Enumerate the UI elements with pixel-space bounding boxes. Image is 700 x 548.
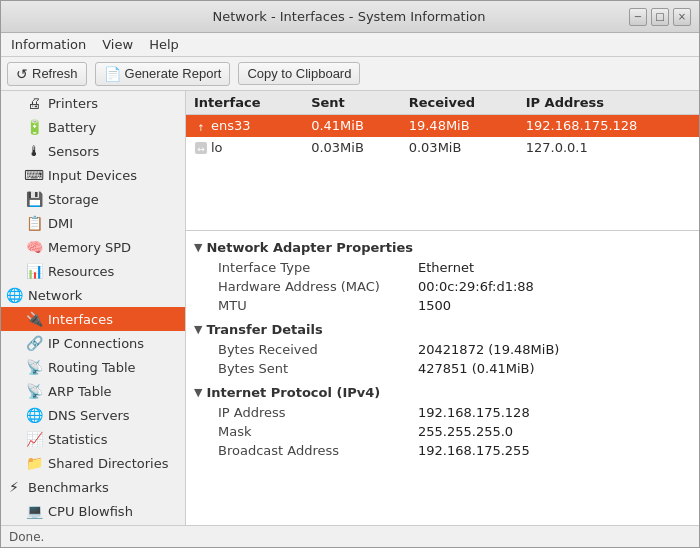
prop-value: 192.168.175.255 <box>418 443 530 458</box>
main-content: 🖨Printers🔋Battery🌡Sensors⌨Input Devices💾… <box>1 91 699 525</box>
props-section-1: ▼Transfer DetailsBytes Received20421872 … <box>190 319 695 378</box>
sidebar-item-label: DMI <box>48 216 73 231</box>
sidebar-item-label: Statistics <box>48 432 107 447</box>
prop-key: MTU <box>218 298 418 313</box>
benchmarks-icon: ⚡ <box>5 478 23 496</box>
refresh-button[interactable]: ↺ Refresh <box>7 62 87 86</box>
toolbar: ↺ Refresh 📄 Generate Report Copy to Clip… <box>1 57 699 91</box>
interface-table: Interface Sent Received IP Address ↑ens3… <box>186 91 699 158</box>
sidebar-item-input-devices[interactable]: ⌨Input Devices <box>1 163 185 187</box>
battery-icon: 🔋 <box>25 118 43 136</box>
input-devices-icon: ⌨ <box>25 166 43 184</box>
dmi-icon: 📋 <box>25 214 43 232</box>
sidebar-item-shared-dirs[interactable]: 📁Shared Directories <box>1 451 185 475</box>
interface-table-container: Interface Sent Received IP Address ↑ens3… <box>186 91 699 231</box>
col-received: Received <box>401 91 518 115</box>
sidebar-item-label: Shared Directories <box>48 456 169 471</box>
main-window: Network - Interfaces - System Informatio… <box>0 0 700 548</box>
prop-value: 20421872 (19.48MiB) <box>418 342 559 357</box>
sidebar-item-routing-table[interactable]: 📡Routing Table <box>1 355 185 379</box>
cell-sent: 0.03MiB <box>303 137 401 159</box>
props-section-2: ▼Internet Protocol (IPv4)IP Address192.1… <box>190 382 695 460</box>
sidebar-item-sensors[interactable]: 🌡Sensors <box>1 139 185 163</box>
props-row: Hardware Address (MAC)00:0c:29:6f:d1:88 <box>190 277 695 296</box>
sidebar-item-label: ARP Table <box>48 384 112 399</box>
routing-table-icon: 📡 <box>25 358 43 376</box>
sidebar-item-battery[interactable]: 🔋Battery <box>1 115 185 139</box>
menu-bar: Information View Help <box>1 33 699 57</box>
table-header-row: Interface Sent Received IP Address <box>186 91 699 115</box>
status-bar: Done. <box>1 525 699 547</box>
sidebar-item-network[interactable]: 🌐Network <box>1 283 185 307</box>
sidebar-item-benchmarks[interactable]: ⚡Benchmarks <box>1 475 185 499</box>
storage-icon: 💾 <box>25 190 43 208</box>
right-panel: Interface Sent Received IP Address ↑ens3… <box>186 91 699 525</box>
cell-ip: 127.0.0.1 <box>518 137 699 159</box>
close-button[interactable]: × <box>673 8 691 26</box>
properties-panel: ▼Network Adapter PropertiesInterface Typ… <box>186 231 699 525</box>
props-row: Interface TypeEthernet <box>190 258 695 277</box>
table-row[interactable]: ↔lo0.03MiB0.03MiB127.0.0.1 <box>186 137 699 159</box>
shared-dirs-icon: 📁 <box>25 454 43 472</box>
prop-key: IP Address <box>218 405 418 420</box>
prop-key: Mask <box>218 424 418 439</box>
prop-value: 427851 (0.41MiB) <box>418 361 535 376</box>
prop-value: 192.168.175.128 <box>418 405 530 420</box>
section-collapse-arrow: ▼ <box>194 241 202 254</box>
dns-servers-icon: 🌐 <box>25 406 43 424</box>
cell-interface-name: ↑ens33 <box>186 115 303 137</box>
menu-help[interactable]: Help <box>143 35 185 54</box>
sidebar-item-label: Printers <box>48 96 98 111</box>
prop-key: Broadcast Address <box>218 443 418 458</box>
table-row[interactable]: ↑ens330.41MiB19.48MiB192.168.175.128 <box>186 115 699 137</box>
generate-report-button[interactable]: 📄 Generate Report <box>95 62 231 86</box>
cell-received: 19.48MiB <box>401 115 518 137</box>
prop-key: Hardware Address (MAC) <box>218 279 418 294</box>
minimize-button[interactable]: − <box>629 8 647 26</box>
sidebar-item-interfaces[interactable]: 🔌Interfaces <box>1 307 185 331</box>
cpu-blowfish-icon: 💻 <box>25 502 43 520</box>
memory-spd-icon: 🧠 <box>25 238 43 256</box>
sidebar-item-memory-spd[interactable]: 🧠Memory SPD <box>1 235 185 259</box>
prop-key: Bytes Received <box>218 342 418 357</box>
sidebar-item-storage[interactable]: 💾Storage <box>1 187 185 211</box>
window-title: Network - Interfaces - System Informatio… <box>69 9 629 24</box>
props-section-header[interactable]: ▼Network Adapter Properties <box>190 237 695 258</box>
maximize-button[interactable]: □ <box>651 8 669 26</box>
sidebar-item-label: Benchmarks <box>28 480 109 495</box>
sidebar-item-printers[interactable]: 🖨Printers <box>1 91 185 115</box>
section-collapse-arrow: ▼ <box>194 323 202 336</box>
sidebar-item-cpu-blowfish[interactable]: 💻CPU Blowfish <box>1 499 185 523</box>
sidebar-item-label: Interfaces <box>48 312 113 327</box>
sidebar-item-resources[interactable]: 📊Resources <box>1 259 185 283</box>
sidebar-item-label: Storage <box>48 192 99 207</box>
sidebar-item-label: Network <box>28 288 82 303</box>
props-section-header[interactable]: ▼Internet Protocol (IPv4) <box>190 382 695 403</box>
menu-information[interactable]: Information <box>5 35 92 54</box>
sidebar: 🖨Printers🔋Battery🌡Sensors⌨Input Devices💾… <box>1 91 186 525</box>
sidebar-item-label: Routing Table <box>48 360 136 375</box>
col-sent: Sent <box>303 91 401 115</box>
prop-key: Bytes Sent <box>218 361 418 376</box>
col-ipaddress: IP Address <box>518 91 699 115</box>
active-interface-icon: ↑ <box>194 118 211 133</box>
sidebar-item-label: Memory SPD <box>48 240 131 255</box>
sidebar-item-dns-servers[interactable]: 🌐DNS Servers <box>1 403 185 427</box>
sidebar-item-arp-table[interactable]: 📡ARP Table <box>1 379 185 403</box>
section-title: Internet Protocol (IPv4) <box>206 385 380 400</box>
props-section-0: ▼Network Adapter PropertiesInterface Typ… <box>190 237 695 315</box>
prop-value: 00:0c:29:6f:d1:88 <box>418 279 534 294</box>
props-section-header[interactable]: ▼Transfer Details <box>190 319 695 340</box>
sidebar-item-ip-connections[interactable]: 🔗IP Connections <box>1 331 185 355</box>
menu-view[interactable]: View <box>96 35 139 54</box>
sidebar-item-dmi[interactable]: 📋DMI <box>1 211 185 235</box>
printers-icon: 🖨 <box>25 94 43 112</box>
copy-clipboard-button[interactable]: Copy to Clipboard <box>238 62 360 85</box>
sidebar-item-statistics[interactable]: 📈Statistics <box>1 427 185 451</box>
cell-sent: 0.41MiB <box>303 115 401 137</box>
prop-value: 1500 <box>418 298 451 313</box>
svg-text:↑: ↑ <box>197 123 205 133</box>
arp-table-icon: 📡 <box>25 382 43 400</box>
props-row: Bytes Sent427851 (0.41MiB) <box>190 359 695 378</box>
ip-connections-icon: 🔗 <box>25 334 43 352</box>
